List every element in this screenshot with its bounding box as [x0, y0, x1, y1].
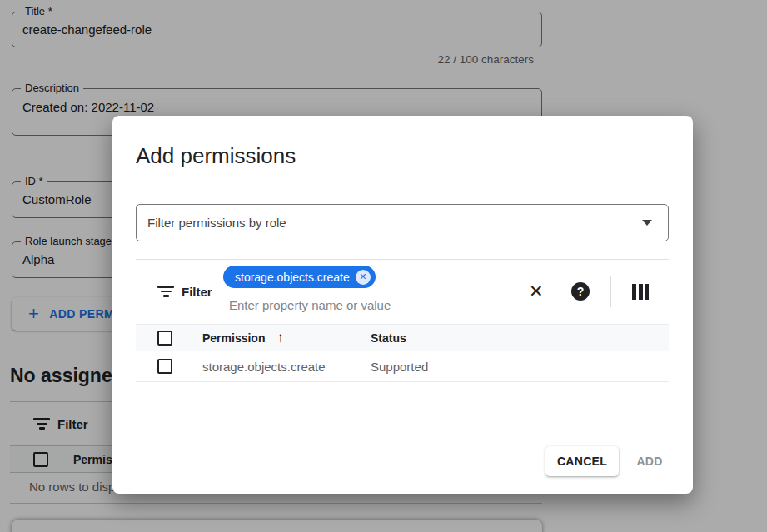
- permissions-table: Permission ↑ Status storage.objects.crea…: [136, 324, 669, 382]
- filter-input[interactable]: Enter property name or value: [229, 298, 391, 312]
- screen: Title * create-changefeed-role 22 / 100 …: [0, 0, 767, 532]
- clear-filters-button[interactable]: ✕: [529, 281, 544, 301]
- toolbar-divider: [610, 276, 611, 307]
- dialog-title: Add permissions: [136, 143, 296, 169]
- help-button[interactable]: ?: [571, 282, 590, 301]
- column-display-options-button[interactable]: [632, 284, 649, 300]
- sort-ascending-icon: ↑: [276, 330, 284, 346]
- filter-label: Filter: [182, 285, 212, 299]
- permissions-filter-toolbar: Filter storage.objects.create ✕ Enter pr…: [136, 259, 669, 324]
- chip-remove-icon[interactable]: ✕: [356, 270, 371, 285]
- status-cell: Supported: [371, 360, 669, 374]
- chevron-down-icon: [642, 220, 652, 226]
- cancel-button[interactable]: CANCEL: [545, 446, 619, 476]
- table-row[interactable]: storage.objects.create Supported: [136, 351, 669, 382]
- row-checkbox[interactable]: [157, 359, 172, 374]
- permission-cell: storage.objects.create: [202, 360, 371, 374]
- filter-chip-label: storage.objects.create: [235, 271, 350, 284]
- role-filter-dropdown[interactable]: Filter permissions by role: [136, 204, 669, 241]
- permissions-table-header: Permission ↑ Status: [136, 324, 669, 351]
- permission-column-header[interactable]: Permission: [202, 331, 265, 345]
- filter-icon: [157, 286, 174, 297]
- role-filter-dropdown-value: Filter permissions by role: [147, 216, 642, 230]
- filter-chip[interactable]: storage.objects.create ✕: [223, 266, 376, 288]
- add-button[interactable]: ADD: [624, 446, 675, 476]
- add-permissions-dialog: Add permissions Filter permissions by ro…: [112, 116, 693, 494]
- select-all-checkbox[interactable]: [157, 331, 172, 346]
- status-column-header[interactable]: Status: [371, 331, 669, 345]
